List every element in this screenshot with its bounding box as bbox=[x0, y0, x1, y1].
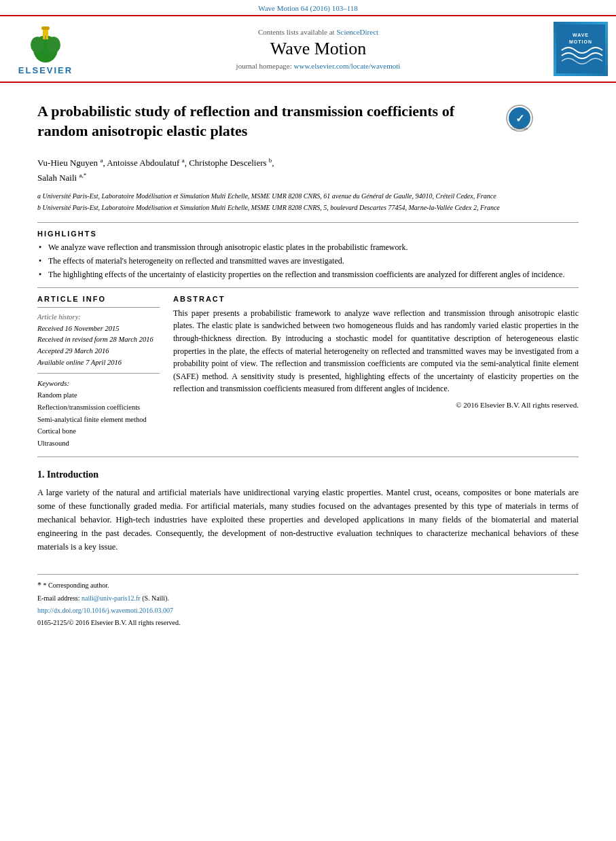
svg-text:✓: ✓ bbox=[515, 113, 524, 124]
footnote-section: * * Corresponding author. E-mail address… bbox=[37, 574, 579, 628]
footnote-email-name: (S. Naili). bbox=[142, 594, 169, 602]
elsevier-logo: ELSEVIER bbox=[8, 23, 83, 75]
highlights-title: HIGHLIGHTS bbox=[37, 230, 579, 238]
article-info-abstract: ARTICLE INFO Article history: Received 1… bbox=[37, 295, 579, 450]
keywords-list: Random plate Reflection/transmission coe… bbox=[37, 389, 160, 450]
svg-rect-4 bbox=[41, 26, 50, 30]
revised-date: Received in revised form 28 March 2016 bbox=[37, 334, 160, 346]
journal-title: Wave Motion bbox=[83, 39, 554, 59]
contents-label: Contents lists available at bbox=[258, 28, 335, 36]
divider-left-1 bbox=[37, 307, 160, 308]
contents-line: Contents lists available at ScienceDirec… bbox=[83, 28, 554, 36]
journal-center: Contents lists available at ScienceDirec… bbox=[83, 28, 554, 70]
homepage-url[interactable]: www.elsevier.com/locate/wavemoti bbox=[294, 62, 401, 70]
divider-1 bbox=[37, 222, 579, 223]
keyword-2: Semi-analytical finite element method bbox=[37, 414, 160, 426]
keyword-0: Random plate bbox=[37, 389, 160, 401]
article-history: Article history: Received 16 November 20… bbox=[37, 312, 160, 369]
highlight-item-3: The highlighting effects of the uncertai… bbox=[37, 269, 579, 281]
article-title: A probabilistic study of reflection and … bbox=[37, 102, 499, 141]
keywords-label: Keywords: bbox=[37, 379, 160, 387]
affiliations: a Université Paris-Est, Laboratoire Modé… bbox=[37, 191, 579, 213]
crossmark-logo[interactable]: ✓ CrossMark bbox=[506, 105, 533, 132]
introduction-section: 1. Introduction A large variety of the n… bbox=[37, 469, 579, 554]
svg-text:CrossMark: CrossMark bbox=[511, 126, 528, 130]
svg-text:WAVE: WAVE bbox=[573, 33, 589, 37]
article-info-title: ARTICLE INFO bbox=[37, 295, 160, 303]
article-info-col: ARTICLE INFO Article history: Received 1… bbox=[37, 295, 160, 450]
footnote-star-label: * Corresponding author. bbox=[43, 581, 109, 589]
footnote-rights: 0165-2125/© 2016 Elsevier B.V. All right… bbox=[37, 618, 579, 628]
online-date: Available online 7 April 2016 bbox=[37, 357, 160, 369]
authors: Vu-Hieu Nguyen a, Antoisse Abdoulatuf a,… bbox=[37, 156, 579, 185]
homepage-label: journal homepage: bbox=[236, 62, 292, 70]
footnote-email-link[interactable]: naili@univ-paris12.fr bbox=[81, 594, 141, 602]
crossmark-icon: ✓ CrossMark bbox=[506, 105, 533, 132]
sciencedirect-link[interactable]: ScienceDirect bbox=[336, 28, 378, 36]
journal-ref-text: Wave Motion 64 (2016) 103–118 bbox=[258, 4, 358, 12]
highlights-list: We analyze wave reflection and transmiss… bbox=[37, 242, 579, 280]
wave-motion-logo: WAVE MOTION bbox=[554, 22, 608, 76]
svg-point-2 bbox=[31, 37, 44, 53]
footnote-doi: http://dx.doi.org/10.1016/j.wavemoti.201… bbox=[37, 605, 579, 615]
abstract-text: This paper presents a probabilistic fram… bbox=[173, 307, 579, 395]
keywords-section: Keywords: Random plate Reflection/transm… bbox=[37, 379, 160, 450]
journal-reference: Wave Motion 64 (2016) 103–118 bbox=[0, 0, 616, 15]
keyword-1: Reflection/transmission coefficients bbox=[37, 401, 160, 414]
affiliation-b: b Université Paris-Est, Laboratoire Modé… bbox=[37, 202, 579, 213]
main-content: A probabilistic study of reflection and … bbox=[0, 83, 616, 642]
abstract-title: ABSTRACT bbox=[173, 295, 579, 303]
highlight-item-1: We analyze wave reflection and transmiss… bbox=[37, 242, 579, 253]
accepted-date: Accepted 29 March 2016 bbox=[37, 346, 160, 357]
copyright: © 2016 Elsevier B.V. All rights reserved… bbox=[173, 401, 579, 409]
footnote-doi-link[interactable]: http://dx.doi.org/10.1016/j.wavemoti.201… bbox=[37, 607, 173, 614]
elsevier-label: ELSEVIER bbox=[18, 65, 73, 75]
abstract-col: ABSTRACT This paper presents a probabili… bbox=[173, 295, 579, 450]
divider-3 bbox=[37, 457, 579, 457]
svg-point-3 bbox=[47, 37, 60, 53]
introduction-text: A large variety of the natural and artif… bbox=[37, 486, 579, 554]
highlight-item-2: The effects of material's heterogeneity … bbox=[37, 255, 579, 267]
journal-homepage: journal homepage: www.elsevier.com/locat… bbox=[83, 62, 554, 70]
svg-text:MOTION: MOTION bbox=[569, 39, 592, 44]
keyword-3: Cortical bone bbox=[37, 425, 160, 437]
keyword-4: Ultrasound bbox=[37, 437, 160, 450]
introduction-heading: 1. Introduction bbox=[37, 469, 579, 480]
history-dates: Received 16 November 2015 Received in re… bbox=[37, 323, 160, 369]
divider-left-2 bbox=[37, 373, 160, 374]
footnote-email: E-mail address: naili@univ-paris12.fr (S… bbox=[37, 593, 579, 603]
affiliation-a: a Université Paris-Est, Laboratoire Modé… bbox=[37, 191, 579, 201]
footnote-star: * * Corresponding author. bbox=[37, 579, 579, 591]
footnote-email-label: E-mail address: bbox=[37, 594, 79, 602]
divider-2 bbox=[37, 287, 579, 288]
history-label: Article history: bbox=[37, 312, 160, 323]
journal-header: ELSEVIER Contents lists available at Sci… bbox=[0, 15, 616, 83]
wave-motion-logo-icon: WAVE MOTION bbox=[556, 24, 605, 73]
received-date: Received 16 November 2015 bbox=[37, 323, 160, 335]
elsevier-tree-icon bbox=[18, 23, 73, 64]
